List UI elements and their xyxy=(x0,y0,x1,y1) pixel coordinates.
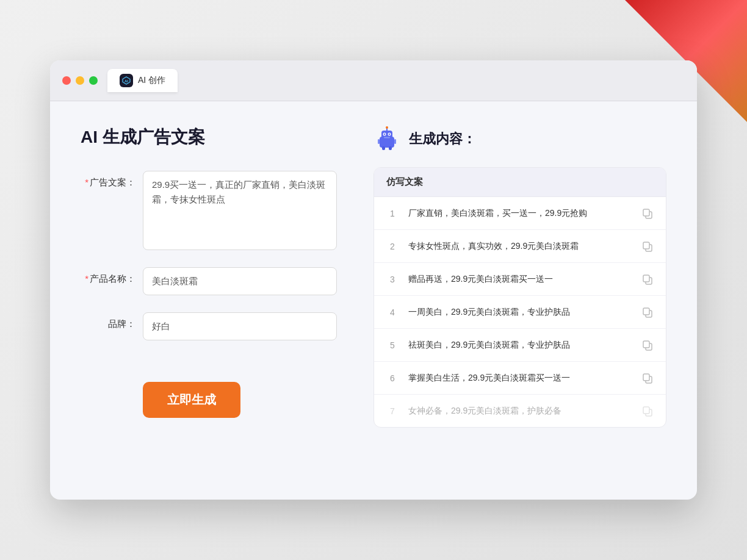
row-text: 赠品再送，29.9元美白淡斑霜买一送一 xyxy=(408,273,632,285)
svg-rect-14 xyxy=(389,146,392,150)
svg-point-8 xyxy=(384,134,385,135)
brand-input[interactable]: 好白 xyxy=(143,312,337,340)
row-text: 掌握美白生活，29.9元美白淡斑霜买一送一 xyxy=(408,372,632,384)
svg-rect-24 xyxy=(643,341,649,348)
svg-rect-20 xyxy=(643,275,649,282)
left-panel: AI 生成广告文案 *广告文案： 29.9买一送一，真正的厂家直销，美白淡斑霜，… xyxy=(81,126,337,467)
row-text: 女神必备，29.9元美白淡斑霜，护肤必备 xyxy=(408,404,632,417)
ad-copy-group: *广告文案： 29.9买一送一，真正的厂家直销，美白淡斑霜，专抹女性斑点 xyxy=(81,171,337,250)
svg-text:AI: AI xyxy=(125,79,128,83)
robot-icon xyxy=(374,126,400,153)
page-title: AI 生成广告文案 xyxy=(81,126,337,149)
product-name-input[interactable]: 美白淡斑霜 xyxy=(143,267,337,295)
copy-icon[interactable] xyxy=(641,273,654,285)
result-row: 1厂家直销，美白淡斑霜，买一送一，29.9元抢购 xyxy=(374,197,666,230)
product-name-group: *产品名称： 美白淡斑霜 xyxy=(81,267,337,295)
ai-tab-icon: AI xyxy=(120,74,133,87)
copy-icon[interactable] xyxy=(641,405,654,417)
title-bar: AI AI 创作 xyxy=(50,60,697,101)
svg-rect-16 xyxy=(643,209,649,216)
result-row: 3赠品再送，29.9元美白淡斑霜买一送一 xyxy=(374,263,666,296)
brand-label: 品牌： xyxy=(81,312,135,330)
copy-icon[interactable] xyxy=(641,372,654,384)
tab-label: AI 创作 xyxy=(138,75,165,86)
row-text: 祛斑美白，29.9元美白淡斑霜，专业护肤品 xyxy=(408,339,632,351)
svg-rect-13 xyxy=(382,146,385,150)
svg-rect-11 xyxy=(378,139,380,144)
svg-rect-10 xyxy=(384,137,390,138)
required-star-1: * xyxy=(85,177,88,187)
svg-point-5 xyxy=(386,126,388,129)
result-row: 2专抹女性斑点，真实功效，29.9元美白淡斑霜 xyxy=(374,230,666,263)
results-header-text: 仿写文案 xyxy=(386,176,423,187)
copy-icon[interactable] xyxy=(641,240,654,253)
svg-rect-22 xyxy=(643,308,649,315)
maximize-button[interactable] xyxy=(89,76,98,85)
content-area: AI 生成广告文案 *广告文案： 29.9买一送一，真正的厂家直销，美白淡斑霜，… xyxy=(50,101,697,492)
results-container: 仿写文案 1厂家直销，美白淡斑霜，买一送一，29.9元抢购 2专抹女性斑点，真实… xyxy=(374,167,666,428)
browser-window: AI AI 创作 AI 生成广告文案 *广告文案： 29.9买一送一，真正的厂家… xyxy=(50,60,697,500)
result-row: 5祛斑美白，29.9元美白淡斑霜，专业护肤品 xyxy=(374,329,666,362)
result-row: 6掌握美白生活，29.9元美白淡斑霜买一送一 xyxy=(374,362,666,395)
right-panel: 生成内容： 仿写文案 1厂家直销，美白淡斑霜，买一送一，29.9元抢购 2专抹女… xyxy=(374,126,666,467)
row-text: 专抹女性斑点，真实功效，29.9元美白淡斑霜 xyxy=(408,240,632,253)
close-button[interactable] xyxy=(62,76,71,85)
svg-rect-26 xyxy=(643,374,649,381)
generate-button[interactable]: 立即生成 xyxy=(143,382,240,418)
brand-group: 品牌： 好白 xyxy=(81,312,337,340)
row-number: 4 xyxy=(386,307,399,317)
row-number: 6 xyxy=(386,373,399,383)
row-number: 5 xyxy=(386,340,399,350)
row-text: 厂家直销，美白淡斑霜，买一送一，29.9元抢购 xyxy=(408,207,632,220)
result-row: 4一周美白，29.9元美白淡斑霜，专业护肤品 xyxy=(374,296,666,329)
copy-icon[interactable] xyxy=(641,339,654,351)
copy-icon[interactable] xyxy=(641,306,654,318)
product-name-label: *产品名称： xyxy=(81,267,135,285)
svg-rect-28 xyxy=(643,407,649,414)
results-header: 仿写文案 xyxy=(374,168,666,197)
row-number: 7 xyxy=(386,406,399,416)
traffic-lights xyxy=(62,76,98,85)
svg-rect-18 xyxy=(643,242,649,249)
right-title: 生成内容： xyxy=(409,130,476,148)
row-text: 一周美白，29.9元美白淡斑霜，专业护肤品 xyxy=(408,306,632,318)
svg-rect-12 xyxy=(394,139,396,144)
row-number: 1 xyxy=(386,209,399,218)
row-number: 2 xyxy=(386,242,399,251)
row-number: 3 xyxy=(386,275,399,284)
required-star-2: * xyxy=(85,273,88,284)
svg-point-9 xyxy=(389,134,390,135)
copy-icon[interactable] xyxy=(641,207,654,220)
ad-copy-label: *广告文案： xyxy=(81,171,135,188)
results-list: 1厂家直销，美白淡斑霜，买一送一，29.9元抢购 2专抹女性斑点，真实功效，29… xyxy=(374,197,666,427)
minimize-button[interactable] xyxy=(76,76,84,85)
tab-ai-creation[interactable]: AI AI 创作 xyxy=(107,69,178,92)
right-header: 生成内容： xyxy=(374,126,666,153)
ad-copy-input[interactable]: 29.9买一送一，真正的厂家直销，美白淡斑霜，专抹女性斑点 xyxy=(143,171,337,250)
result-row: 7女神必备，29.9元美白淡斑霜，护肤必备 xyxy=(374,395,666,427)
